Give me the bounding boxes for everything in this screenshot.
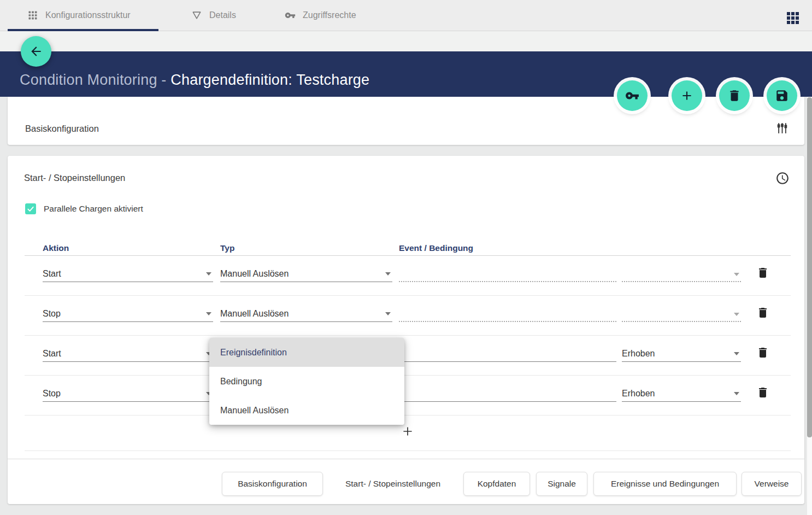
back-button[interactable] [21, 36, 51, 67]
page-title-prefix: Condition Monitoring - [20, 72, 170, 88]
tab-label: Konfigurationsstruktur [45, 10, 131, 20]
nav-signale-button[interactable]: Signale [536, 472, 587, 496]
aktion-select[interactable]: Start [43, 266, 213, 282]
trash-icon [756, 306, 769, 319]
add-row-area [25, 415, 791, 450]
event-select[interactable] [399, 385, 616, 402]
column-header-event: Event / Bedingung [399, 243, 473, 253]
parallel-charges-checkbox[interactable] [25, 203, 36, 214]
page-title: Condition Monitoring - Chargendefinition… [20, 72, 369, 89]
row-delete-button[interactable] [755, 344, 771, 362]
event-field-disabled [399, 266, 616, 282]
mode-select-disabled [622, 266, 741, 282]
event-field-disabled [399, 306, 616, 322]
app-screen: Konfigurationsstruktur Details Zugriffsr… [0, 0, 812, 515]
section-divider [8, 459, 804, 459]
scrollbar-thumb[interactable] [807, 97, 812, 437]
event-select[interactable] [399, 346, 616, 362]
chevron-down-icon [385, 312, 391, 315]
aktion-select[interactable]: Stop [43, 306, 213, 322]
basis-configuration-title: Basiskonfiguration [25, 124, 99, 134]
typ-select[interactable]: Manuell Auslösen [220, 306, 392, 322]
nav-kopfdaten-button[interactable]: Kopfdaten [463, 472, 530, 496]
typ-dropdown-menu: Ereignisdefinition Bedingung Manuell Aus… [209, 338, 404, 425]
row-delete-button[interactable] [755, 264, 771, 283]
table-row: Stop Erhoben [25, 376, 791, 415]
page-title-main: Chargendefinition: Testcharge [170, 72, 369, 88]
table-row: Start Erhoben [25, 336, 791, 376]
chevron-down-icon [734, 313, 739, 316]
trash-icon [756, 266, 769, 279]
menu-option-manuell-ausloesen[interactable]: Manuell Auslösen [209, 396, 404, 425]
mode-select[interactable]: Erhoben [622, 385, 741, 402]
tab-zugriffsrechte[interactable]: Zugriffsrechte [285, 0, 356, 31]
check-icon [27, 205, 34, 213]
tab-konfigurationsstruktur[interactable]: Konfigurationsstruktur [27, 0, 131, 31]
row-delete-button[interactable] [755, 304, 771, 323]
vertical-scrollbar [807, 97, 812, 515]
trash-icon [756, 386, 769, 399]
delete-button[interactable] [719, 80, 750, 111]
plus-icon [401, 424, 415, 438]
arrow-left-icon [29, 44, 43, 58]
parallel-charges-checkbox-row: Parallele Chargen aktiviert [25, 203, 143, 215]
save-button[interactable] [767, 80, 797, 111]
apps-grid-icon [27, 10, 38, 21]
tab-label: Zugriffsrechte [303, 10, 356, 20]
plus-icon [680, 89, 694, 103]
tune-sliders-icon[interactable] [775, 121, 789, 135]
top-tab-bar: Konfigurationsstruktur Details Zugriffsr… [0, 0, 812, 31]
chevron-down-icon [734, 273, 739, 276]
section-navigation: Basiskonfiguration Start- / Stopeinstell… [8, 472, 804, 496]
chevron-down-icon [385, 272, 391, 276]
table-row: Start Manuell Auslösen [25, 256, 791, 296]
chevron-down-icon [206, 312, 211, 315]
column-header-typ: Typ [220, 243, 234, 253]
permissions-button[interactable] [617, 80, 648, 111]
save-icon [775, 89, 789, 103]
parallel-charges-label: Parallele Chargen aktiviert [44, 204, 143, 214]
row-delete-button[interactable] [755, 384, 771, 402]
typ-select[interactable]: Manuell Auslösen [220, 266, 392, 282]
chevron-down-icon [206, 272, 211, 276]
column-header-aktion: Aktion [43, 243, 69, 253]
startstop-section-title: Start- / Stopeinstellungen [24, 173, 125, 183]
menu-option-ereignisdefinition[interactable]: Ereignisdefinition [209, 338, 404, 367]
tab-label: Details [209, 10, 236, 20]
trash-icon [727, 89, 742, 103]
table-row: Stop Manuell Auslösen [25, 296, 791, 336]
tab-details[interactable]: Details [191, 0, 236, 31]
trash-icon [756, 346, 769, 359]
sub-header-strip [0, 31, 812, 51]
add-button[interactable] [672, 80, 702, 111]
mode-select[interactable]: Erhoben [622, 346, 741, 362]
aktion-select[interactable]: Stop [43, 385, 213, 402]
chevron-down-icon [734, 352, 739, 355]
nav-startstop-active[interactable]: Start- / Stopeinstellungen [332, 472, 454, 496]
mode-select-disabled [622, 306, 741, 322]
chevron-down-icon [734, 392, 739, 395]
nav-basiskonfiguration-button[interactable]: Basiskonfiguration [222, 472, 323, 496]
add-row-button[interactable] [399, 423, 416, 441]
key-icon [625, 89, 639, 103]
clock-icon[interactable] [775, 171, 790, 185]
grid-menu-icon[interactable] [786, 11, 799, 25]
menu-option-bedingung[interactable]: Bedingung [209, 367, 404, 396]
nav-verweise-button[interactable]: Verweise [742, 472, 802, 496]
table-header-row: Aktion Typ Event / Bedingung [25, 243, 791, 255]
table-bottom-divider [25, 450, 791, 451]
aktion-select[interactable]: Start [43, 346, 213, 362]
startstop-card: Start- / Stopeinstellungen Parallele Cha… [8, 156, 804, 504]
nav-ereignisse-button[interactable]: Ereignisse und Bedingungen [593, 472, 737, 496]
key-icon [285, 10, 296, 21]
funnel-icon [191, 10, 202, 21]
